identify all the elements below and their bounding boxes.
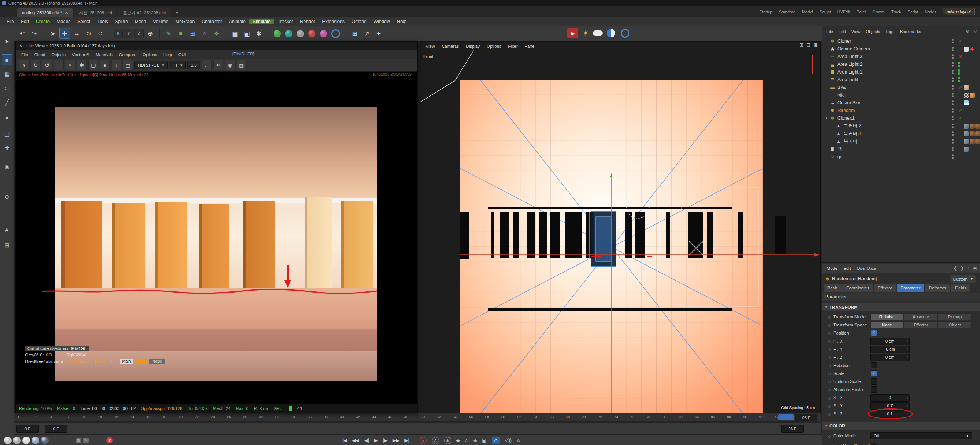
material-swatch[interactable] [4, 437, 12, 444]
live-viewer-window[interactable]: ✕ Live Viewer 2025.1.0 Build 0104 (137 d… [15, 41, 418, 413]
visibility-dots-icon[interactable] [952, 93, 954, 97]
transform-mode-relative-button[interactable]: Relative [870, 313, 904, 320]
rotate-icon[interactable]: ↻ [83, 28, 94, 39]
live-viewer-title-bar[interactable]: ✕ Live Viewer 2025.1.0 Build 0104 (137 d… [16, 42, 417, 50]
pass-main-button[interactable]: Main [120, 359, 134, 364]
cloner-icon[interactable]: ❖ [211, 28, 222, 39]
viewport-panel[interactable]: ViewCamerasDisplayOptionsFilterPanel ⊞ ⊟… [420, 41, 821, 413]
timeline-tick[interactable]: 56 [469, 415, 473, 419]
timeline-tick[interactable]: 26 [227, 415, 231, 419]
menu-main-extensions[interactable]: Extensions [319, 19, 348, 24]
record-keyframe-button[interactable]: ● [420, 437, 427, 444]
timeline-tick[interactable]: 8 [83, 415, 85, 419]
timeline-range-handle[interactable] [778, 414, 794, 420]
object-row-배경[interactable]: ▢배경 [822, 91, 980, 99]
menu-main-edit[interactable]: Edit [17, 19, 32, 24]
transform-mode-remap-button[interactable]: Remap [938, 313, 972, 320]
timeline-tick[interactable]: 28 [243, 415, 247, 419]
history-forward-icon[interactable]: ❯ [960, 266, 964, 271]
absolute-scale-checkbox[interactable] [871, 386, 877, 393]
material-new-icon[interactable]: ▤ [76, 438, 81, 443]
autokey-button[interactable]: A [432, 437, 439, 444]
record-settings-button[interactable]: ✱ [444, 437, 451, 444]
mat-tan-tag-icon[interactable] [964, 85, 969, 90]
last-tool-icon[interactable]: ↺ [95, 28, 106, 39]
timeline-tick[interactable]: 32 [275, 415, 280, 419]
phong-tag-icon[interactable] [964, 147, 969, 152]
prev-frame-button[interactable]: ◀| [364, 438, 369, 443]
visibility-dots-icon[interactable] [952, 139, 954, 144]
compare-icon[interactable]: ◑ [19, 60, 29, 70]
timeline-tick[interactable]: 72 [598, 415, 602, 419]
axis-z-button[interactable]: Z [134, 29, 144, 38]
colorspace-select[interactable]: HDR/sRGB▾ [134, 61, 168, 69]
lock-resolution-icon[interactable]: □ [54, 60, 64, 70]
error-count-badge[interactable]: 2 [106, 437, 113, 443]
snap-magnet-icon[interactable]: Ω [2, 192, 12, 202]
color-group-header[interactable]: ▾ COLOR [822, 422, 980, 430]
octane-camera-icon[interactable] [621, 29, 629, 38]
object-row-바닥[interactable]: ▬바닥✓ [822, 84, 980, 91]
timeline-tick[interactable]: 14 [130, 415, 134, 419]
timeline-tick[interactable]: 38 [324, 415, 328, 419]
menu-om-objects[interactable]: Objects [863, 29, 883, 34]
object-row-area-light-2[interactable]: ▤Area Light.2 [822, 60, 980, 68]
layout-groom[interactable]: Groom [872, 10, 884, 14]
menu-om-edit[interactable]: Edit [836, 29, 849, 34]
visibility-dots-icon[interactable] [952, 62, 954, 67]
object-row-area-light-3[interactable]: ▤Area Light.3✕ [822, 53, 980, 60]
timeline-tick[interactable]: 68 [566, 415, 570, 419]
mat-brown-tag-icon[interactable] [975, 131, 980, 136]
reset-view-icon[interactable]: ↺ [42, 60, 52, 70]
object-row-area-light-1[interactable]: ▤Area Light.1 [822, 68, 980, 76]
enabled-check-icon[interactable]: ✓ [958, 108, 963, 113]
spline-pen-icon[interactable]: ✎ [163, 28, 174, 39]
enabled-check-icon[interactable]: ✓ [958, 85, 963, 90]
menu-lv-vectron-[interactable]: Vectron® [69, 52, 92, 57]
layout-sculpt[interactable]: Sculpt [820, 10, 831, 14]
undo-icon[interactable]: ↶ [17, 28, 28, 39]
visibility-dots-icon[interactable] [952, 85, 954, 90]
visibility-dots-icon[interactable] [952, 154, 954, 159]
viewport-canvas[interactable] [420, 50, 821, 414]
coordinate-system-icon[interactable]: ⊕ [145, 28, 156, 39]
tweak-icon[interactable]: ✦ [373, 28, 384, 39]
mat-brown-tag-icon[interactable] [970, 131, 975, 136]
lock-icon[interactable]: ▣ [973, 266, 977, 271]
add-cube-icon[interactable]: ■ [175, 28, 186, 39]
stepper-icon[interactable]: ↕ [906, 339, 908, 343]
menu-main-help[interactable]: Help [393, 19, 410, 24]
film-icon[interactable]: ▦ [237, 60, 247, 70]
close-icon[interactable]: ✕ [19, 43, 22, 49]
octane-arealight-icon[interactable] [593, 30, 603, 36]
timeline-tick[interactable]: 86 [711, 415, 715, 419]
timeline-tick[interactable]: 30 [259, 415, 263, 419]
timeline-tick[interactable]: 18 [163, 415, 167, 419]
enabled-check-icon[interactable]: ✓ [958, 39, 963, 44]
enable-axis-icon[interactable]: ✚ [2, 142, 12, 153]
menu-lv-gui[interactable]: GUI [175, 52, 189, 57]
menu-main-volume[interactable]: Volume [149, 19, 172, 24]
current-frame-field[interactable]: 0 F [16, 425, 39, 433]
timeline-tick[interactable]: 52 [436, 415, 441, 419]
timeline-tick[interactable]: 0 [18, 415, 20, 419]
menu-lv-compare[interactable]: Compare [116, 52, 139, 57]
key-rotation-toggle[interactable]: ◈ [473, 438, 477, 443]
edge-mode-icon[interactable]: ╱ [2, 97, 12, 108]
workplane-grid-icon[interactable]: ⊞ [2, 240, 12, 251]
enabled-check-icon[interactable]: ✓ [958, 116, 963, 121]
gamma-field[interactable]: 0.8 [187, 61, 200, 69]
layout-model[interactable]: Model [802, 10, 813, 14]
panel-splitter[interactable] [822, 262, 980, 263]
timeline-end-field[interactable]: 96 F [795, 414, 817, 421]
timeline-tick[interactable]: 76 [630, 415, 634, 419]
new-tab-button[interactable]: + [172, 8, 182, 17]
stepper-icon[interactable]: ↕ [906, 347, 908, 351]
visibility-dots-icon[interactable] [952, 124, 954, 128]
range-start-field[interactable]: 0 F [45, 425, 67, 433]
deformer-icon[interactable]: ∩ [199, 28, 210, 39]
play-button[interactable]: ▶ [374, 438, 378, 443]
focus-picker-icon[interactable]: ⌖ [65, 60, 75, 70]
visibility-dots-icon[interactable] [952, 70, 954, 74]
pz-field[interactable]: 0 cm↕ [870, 354, 910, 361]
